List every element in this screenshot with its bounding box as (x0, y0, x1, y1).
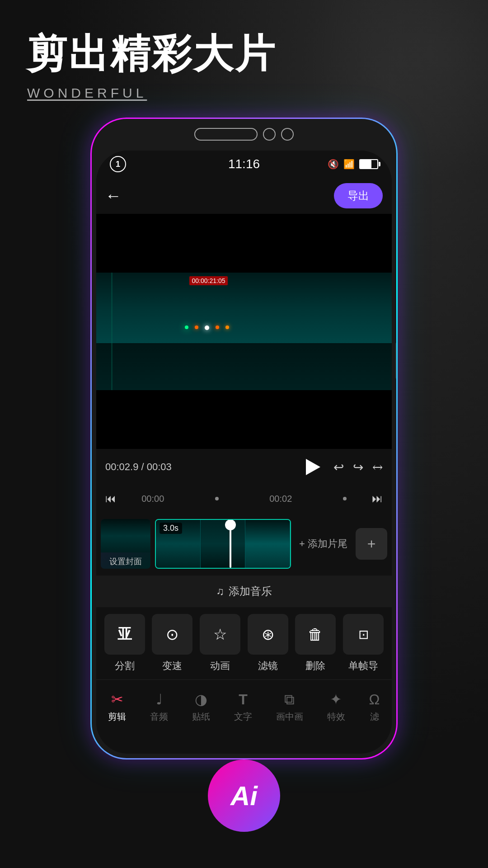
speed-icon-box: ⊙ (152, 614, 192, 655)
light-orange-3 (225, 326, 229, 329)
text-icon: T (239, 691, 248, 708)
light-green (185, 326, 188, 329)
cover-thumb-label: 设置封面 (108, 554, 144, 569)
ai-label: Ai (230, 780, 258, 811)
export-button[interactable]: 导出 (334, 183, 383, 208)
tool-speed[interactable]: ⊙ 变速 (152, 614, 192, 673)
filter-icon-box: ⊛ (248, 614, 288, 655)
video-scene-area: 00:00:21:05 (96, 273, 392, 390)
scene-lights (185, 326, 229, 330)
time-separator: / (141, 461, 144, 472)
playback-controls: 00:02.9 / 00:03 ↩ ↪ ⤢ (96, 449, 392, 485)
timeline-dot-2 (343, 497, 347, 500)
clip-frame-2 (201, 520, 245, 568)
timeline-track: 00:00 00:02 (116, 494, 372, 504)
phone-pill (194, 128, 258, 141)
play-button[interactable] (302, 456, 324, 478)
lut-label: 滤 (370, 711, 379, 723)
cover-thumbnail[interactable]: 设置封面 (101, 519, 150, 569)
nav-text[interactable]: T 文字 (234, 691, 252, 723)
fullscreen-button[interactable]: ⤢ (369, 458, 387, 476)
play-icon (306, 459, 320, 475)
plus-icon: + (367, 536, 376, 552)
redo-button[interactable]: ↪ (353, 460, 363, 475)
timeline-dot-1 (215, 497, 219, 500)
music-note-icon: ♫ (216, 585, 224, 598)
clip-area: 设置封面 3.0s + 添加片尾 + (96, 512, 392, 576)
sticker-icon: ◑ (195, 691, 207, 708)
split-icon: 亚 (117, 624, 132, 644)
header-subtitle: WONDERFUL (27, 85, 277, 101)
video-preview: 00:00:21:05 (96, 214, 392, 449)
sticker-label: 贴纸 (192, 711, 210, 723)
light-white (205, 326, 209, 330)
tool-animate[interactable]: ☆ 动画 (200, 614, 240, 673)
nav-effects[interactable]: ✦ 特效 (327, 691, 345, 723)
frameguide-icon-box: ⊡ (343, 614, 384, 655)
tool-delete[interactable]: 🗑 删除 (295, 614, 336, 673)
clip-frame-3 (245, 520, 290, 568)
nav-sticker[interactable]: ◑ 贴纸 (192, 691, 210, 723)
status-right: 🔇 📶 (328, 159, 378, 170)
animate-icon: ☆ (213, 625, 227, 643)
phone-screen: 1 11:16 🔇 📶 ← 导出 (96, 151, 392, 754)
tool-filter[interactable]: ⊛ 滤镜 (248, 614, 288, 673)
battery-icon (359, 159, 378, 169)
speed-icon: ⊙ (166, 625, 178, 643)
phone-dot-2 (281, 128, 294, 141)
ai-badge[interactable]: Ai (208, 760, 280, 832)
nav-pip[interactable]: ⧉ 画中画 (276, 691, 303, 723)
animate-label: 动画 (210, 659, 230, 673)
timeline-time-2: 00:02 (269, 494, 292, 504)
nav-cut[interactable]: ✂ 剪辑 (108, 691, 126, 723)
video-scene: 00:00:21:05 (96, 273, 392, 390)
text-label: 文字 (234, 711, 252, 723)
status-bar: 1 11:16 🔇 📶 (96, 151, 392, 178)
add-clip-button[interactable]: + (356, 528, 387, 560)
timeline-start-btn[interactable]: ⏮ (105, 492, 116, 505)
filter-icon: ⊛ (262, 625, 274, 643)
audio-label: 音频 (150, 711, 168, 723)
nav-audio[interactable]: ♩ 音频 (150, 691, 168, 723)
back-button[interactable]: ← (105, 186, 122, 205)
effects-icon: ✦ (330, 691, 342, 708)
timeline-end-btn[interactable]: ⏭ (372, 492, 383, 505)
phone-mockup: 1 11:16 🔇 📶 ← 导出 (90, 118, 398, 760)
speed-label: 变速 (162, 659, 182, 673)
status-left: 1 (110, 156, 126, 172)
tool-split[interactable]: 亚 分割 (104, 614, 145, 673)
scene-floor (96, 343, 392, 390)
light-orange-1 (195, 326, 198, 329)
add-music-bar[interactable]: ♫ 添加音乐 (96, 576, 392, 607)
app-toolbar: ← 导出 (96, 178, 392, 214)
add-tail-button[interactable]: + 添加片尾 (296, 537, 351, 551)
clip-duration: 3.0s (160, 523, 182, 534)
tool-frameguide[interactable]: ⊡ 单帧导 (343, 614, 384, 673)
audio-icon: ♩ (156, 691, 163, 708)
phone-frame: 1 11:16 🔇 📶 ← 导出 (90, 118, 398, 760)
lut-icon: Ω (369, 691, 380, 708)
effects-label: 特效 (327, 711, 345, 723)
animate-icon-box: ☆ (200, 614, 240, 655)
cut-icon: ✂ (111, 691, 123, 708)
undo-button[interactable]: ↩ (333, 460, 344, 475)
nav-lut[interactable]: Ω 滤 (369, 691, 380, 723)
scene-timestamp: 00:00:21:05 (189, 276, 228, 285)
filter-label: 滤镜 (258, 659, 278, 673)
timeline-bar: ⏮ 00:00 00:02 ⏭ (96, 485, 392, 512)
current-time: 00:02.9 (105, 461, 138, 472)
mute-icon: 🔇 (328, 159, 339, 170)
clip-track[interactable]: 3.0s (155, 519, 291, 569)
clip-cursor (230, 520, 231, 568)
total-time: 00:03 (147, 461, 172, 472)
video-bottom-black (96, 390, 392, 449)
delete-icon-box: 🗑 (295, 614, 336, 655)
frameguide-icon: ⊡ (358, 627, 369, 642)
timeline-time-0: 00:00 (141, 494, 164, 504)
time-display: 00:02.9 / 00:03 (105, 461, 293, 473)
cut-label: 剪辑 (108, 711, 126, 723)
edit-tools: 亚 分割 ⊙ 变速 ☆ 动画 (96, 607, 392, 679)
frameguide-label: 单帧导 (348, 659, 378, 673)
pip-icon: ⧉ (284, 691, 295, 708)
phone-dot-1 (263, 128, 276, 141)
